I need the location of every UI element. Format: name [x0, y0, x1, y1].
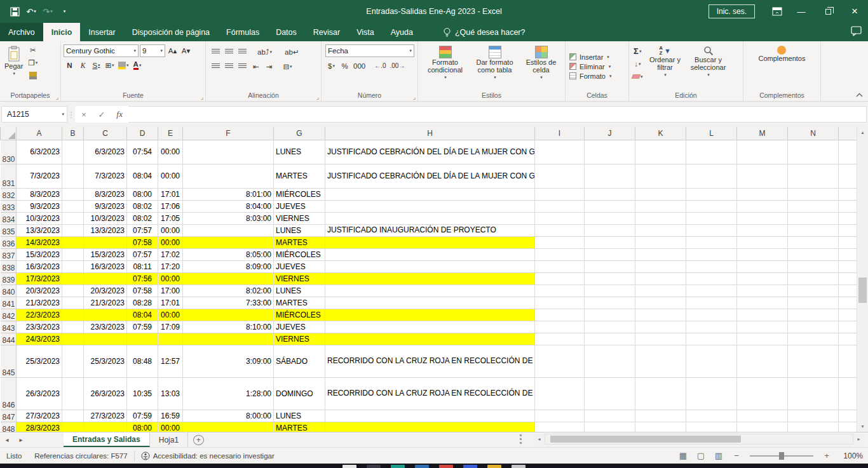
cell-f846[interactable]: 1:28:00	[183, 377, 274, 410]
cell-g845[interactable]: SÁBADO	[274, 345, 325, 377]
cell-m837[interactable]	[737, 248, 788, 260]
cell-n836[interactable]	[788, 236, 839, 248]
cell-partial-846[interactable]	[839, 377, 857, 410]
cell-a832[interactable]: 8/3/2023	[17, 188, 62, 200]
row-header-847[interactable]: 847	[1, 410, 17, 422]
cell-partial-831[interactable]	[839, 164, 857, 188]
cell-i836[interactable]	[535, 236, 585, 248]
row-header-846[interactable]: 846	[1, 377, 17, 410]
cell-h840[interactable]	[325, 284, 535, 297]
taskbar-icon[interactable]	[463, 465, 477, 468]
decrease-decimal-icon[interactable]: .00→	[389, 60, 407, 72]
cell-j843[interactable]	[585, 321, 635, 333]
cell-h834[interactable]	[325, 212, 535, 224]
cell-e833[interactable]: 17:06	[158, 200, 183, 212]
cell-i838[interactable]	[535, 260, 585, 272]
format-cells-button[interactable]: Formato▾	[567, 71, 627, 81]
cell-i837[interactable]	[535, 248, 585, 260]
cell-d837[interactable]: 07:57	[127, 248, 158, 260]
cell-b832[interactable]	[62, 188, 84, 200]
cell-f837[interactable]: 8:05:00	[183, 248, 274, 260]
cell-partial-830[interactable]	[839, 140, 857, 164]
cell-n832[interactable]	[788, 188, 839, 200]
col-header-c[interactable]: C	[84, 127, 127, 140]
cell-l845[interactable]	[686, 345, 737, 377]
cell-g836[interactable]: MARTES	[274, 236, 325, 248]
taskbar-icon[interactable]	[487, 465, 501, 468]
cell-b831[interactable]	[62, 164, 84, 188]
row-header-842[interactable]: 842	[1, 309, 17, 321]
cell-j841[interactable]	[585, 297, 635, 309]
cell-e842[interactable]: 00:00	[158, 309, 183, 321]
cell-n845[interactable]	[788, 345, 839, 377]
paste-button[interactable]: Pegar ▾	[1, 43, 26, 90]
cell-l846[interactable]	[686, 377, 737, 410]
cell-k841[interactable]	[635, 297, 686, 309]
cell-a838[interactable]: 16/3/2023	[17, 260, 62, 272]
cell-m843[interactable]	[737, 321, 788, 333]
sheet-nav-right-icon[interactable]: ▸	[14, 432, 28, 447]
sheet-nav-left-icon[interactable]: ◂	[0, 432, 14, 447]
save-icon[interactable]	[6, 0, 23, 23]
cell-m836[interactable]	[737, 236, 788, 248]
cell-e830[interactable]: 00:00	[158, 140, 183, 164]
close-button[interactable]: ×	[841, 0, 868, 23]
row-header-831[interactable]: 831	[1, 164, 17, 188]
cell-d840[interactable]: 07:58	[127, 284, 158, 297]
cell-d834[interactable]: 08:02	[127, 212, 158, 224]
cell-j838[interactable]	[585, 260, 635, 272]
cell-a837[interactable]: 15/3/2023	[17, 248, 62, 260]
underline-button[interactable]: S▾	[90, 59, 102, 71]
cell-c833[interactable]: 9/3/2023	[84, 200, 127, 212]
cell-f831[interactable]	[183, 164, 274, 188]
font-name-combo[interactable]: Century Gothic▾	[64, 44, 139, 57]
name-box[interactable]: A1215▾	[1, 106, 67, 123]
cell-g843[interactable]: JUEVES	[274, 321, 325, 333]
cell-partial-834[interactable]	[839, 212, 857, 224]
currency-format-icon[interactable]: $▾	[325, 60, 337, 72]
cell-m838[interactable]	[737, 260, 788, 272]
cell-h833[interactable]	[325, 200, 535, 212]
cell-partial-847[interactable]	[839, 410, 857, 422]
cell-j839[interactable]	[585, 272, 635, 284]
cell-c848[interactable]	[84, 422, 127, 432]
col-header-m[interactable]: M	[737, 127, 788, 140]
cell-e840[interactable]: 17:00	[158, 284, 183, 297]
cell-d843[interactable]: 07:59	[127, 321, 158, 333]
cell-c830[interactable]: 6/3/2023	[84, 140, 127, 164]
cell-c843[interactable]: 23/3/2023	[84, 321, 127, 333]
cell-c846[interactable]: 26/3/2023	[84, 377, 127, 410]
clipboard-dialog-launcher[interactable]: ⌟	[56, 95, 58, 100]
cell-l836[interactable]	[686, 236, 737, 248]
cell-f847[interactable]: 8:00:00	[183, 410, 274, 422]
cell-d848[interactable]: 08:00	[127, 422, 158, 432]
row-header-844[interactable]: 844	[1, 333, 17, 345]
ribbon-tab-datos[interactable]: Datos	[268, 23, 305, 41]
cell-partial-845[interactable]	[839, 345, 857, 377]
cell-c835[interactable]: 13/3/2023	[84, 224, 127, 236]
cell-l834[interactable]	[686, 212, 737, 224]
cell-e832[interactable]: 17:01	[158, 188, 183, 200]
ribbon-tab-f-rmulas[interactable]: Fórmulas	[218, 23, 268, 41]
cell-l831[interactable]	[686, 164, 737, 188]
cell-n839[interactable]	[788, 272, 839, 284]
cell-partial-848[interactable]	[839, 422, 857, 432]
zoom-in-icon[interactable]: +	[818, 449, 835, 463]
restore-button[interactable]	[815, 0, 841, 23]
comma-format-icon[interactable]: 000	[352, 60, 367, 72]
orientation-icon[interactable]: ab⤴▾	[256, 46, 273, 58]
cell-k839[interactable]	[635, 272, 686, 284]
col-header-l[interactable]: L	[686, 127, 737, 140]
cell-m845[interactable]	[737, 345, 788, 377]
cell-e836[interactable]: 00:00	[158, 236, 183, 248]
cell-d844[interactable]	[127, 333, 158, 345]
cell-b846[interactable]	[62, 377, 84, 410]
format-painter-icon[interactable]	[27, 69, 39, 81]
customize-quick-access-icon[interactable]: ▾	[56, 0, 72, 23]
cell-a846[interactable]: 26/3/2023	[17, 377, 62, 410]
cell-g848[interactable]: MARTES	[274, 422, 325, 432]
confirm-entry-icon[interactable]: ✓	[93, 106, 111, 123]
sign-in-button[interactable]: Inic. ses.	[709, 4, 755, 18]
cell-a830[interactable]: 6/3/2023	[17, 140, 62, 164]
cell-i841[interactable]	[535, 297, 585, 309]
